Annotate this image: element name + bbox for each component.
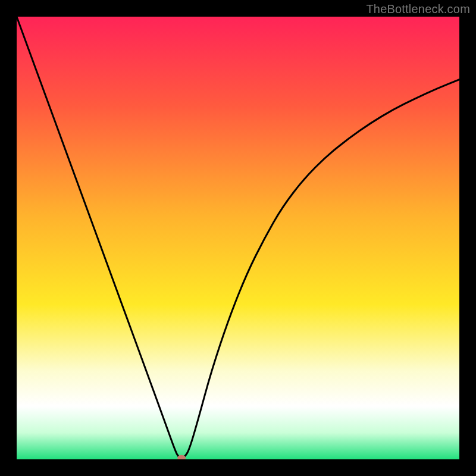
- watermark-text: TheBottleneck.com: [366, 2, 470, 16]
- gradient-background: [17, 17, 459, 459]
- chart-frame: TheBottleneck.com: [0, 0, 476, 476]
- plot-area: [17, 17, 459, 459]
- chart-svg: [17, 17, 459, 459]
